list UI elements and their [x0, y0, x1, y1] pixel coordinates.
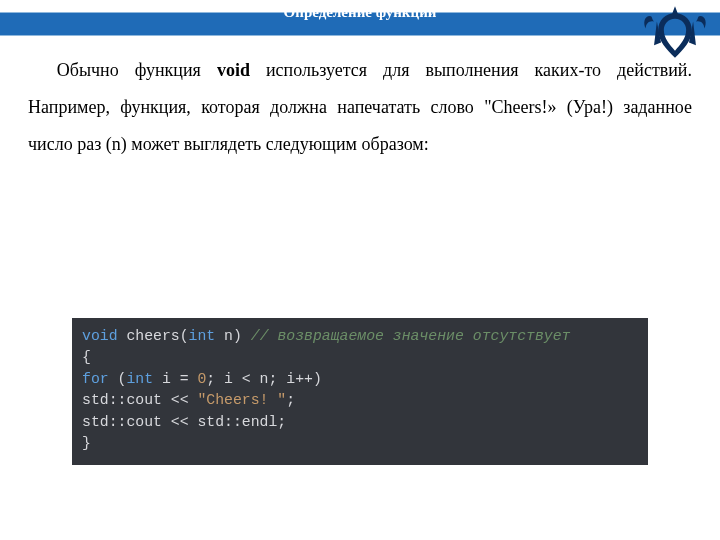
- code-line-3: for (int i = 0; i < n; i++): [82, 371, 322, 387]
- code-block: void cheers(int n) // возвращаемое значе…: [72, 318, 648, 465]
- paragraph-pre: Обычно функция: [57, 60, 217, 80]
- code-line-6: }: [82, 435, 91, 451]
- slide: Определение функции Обычно функция void …: [0, 0, 720, 540]
- code-line-5: std::cout << std::endl;: [82, 414, 286, 430]
- code-line-2: {: [82, 349, 91, 365]
- code-line-1: void cheers(int n) // возвращаемое значе…: [82, 328, 570, 344]
- paragraph-bold: void: [217, 60, 250, 80]
- code-line-4: std::cout << "Cheers! ";: [82, 392, 295, 408]
- body-paragraph: Обычно функция void используется для вып…: [28, 52, 692, 163]
- slide-title: Определение функции: [0, 0, 720, 24]
